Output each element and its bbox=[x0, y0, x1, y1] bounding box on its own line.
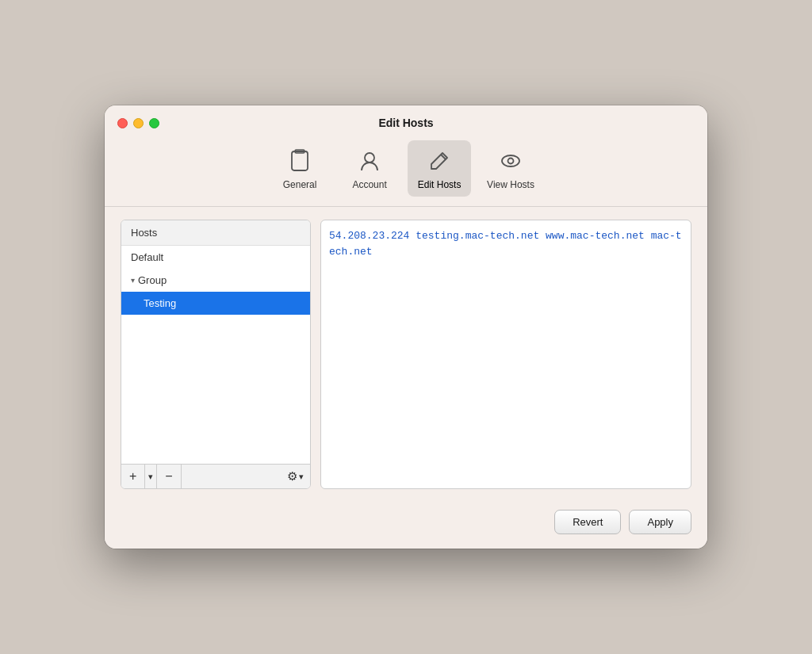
gear-chevron-icon: ▾ bbox=[299, 472, 304, 482]
sidebar-item-testing[interactable]: Testing bbox=[121, 292, 310, 315]
tab-general[interactable]: General bbox=[268, 140, 331, 197]
apply-button[interactable]: Apply bbox=[629, 510, 691, 534]
tab-edit-hosts-label: Edit Hosts bbox=[418, 179, 462, 190]
tab-view-hosts[interactable]: View Hosts bbox=[477, 140, 544, 197]
sidebar-header: Hosts bbox=[121, 220, 310, 246]
edit-hosts-icon bbox=[425, 147, 454, 175]
sidebar: Hosts Default ▾ Group Testing + ▾ − ⚙ ▾ bbox=[121, 220, 311, 489]
editor-area[interactable]: 54.208.23.224 testing.mac-tech.net www.m… bbox=[320, 220, 691, 489]
maximize-button[interactable] bbox=[149, 118, 159, 128]
remove-button[interactable]: − bbox=[157, 465, 181, 488]
view-hosts-icon bbox=[496, 147, 525, 175]
toolbar: General Account Edit Hosts bbox=[105, 129, 707, 197]
tab-account[interactable]: Account bbox=[338, 140, 401, 197]
svg-point-4 bbox=[508, 159, 514, 164]
sidebar-group-group[interactable]: ▾ Group bbox=[121, 269, 310, 292]
gear-icon: ⚙ bbox=[287, 469, 297, 484]
sidebar-list: Default ▾ Group Testing bbox=[121, 246, 310, 464]
window-title: Edit Hosts bbox=[378, 117, 433, 129]
content-area: Hosts Default ▾ Group Testing + ▾ − ⚙ ▾ bbox=[105, 207, 707, 502]
sidebar-group-label: Group bbox=[138, 274, 167, 286]
tab-general-label: General bbox=[283, 179, 317, 190]
sidebar-footer: + ▾ − ⚙ ▾ bbox=[121, 464, 310, 488]
titlebar: Edit Hosts bbox=[105, 105, 707, 129]
add-chevron-button[interactable]: ▾ bbox=[145, 465, 157, 488]
group-chevron-icon: ▾ bbox=[131, 276, 135, 285]
account-icon bbox=[355, 147, 384, 175]
editor-content: 54.208.23.224 testing.mac-tech.net www.m… bbox=[329, 228, 683, 259]
tab-view-hosts-label: View Hosts bbox=[487, 179, 534, 190]
general-icon bbox=[285, 147, 314, 175]
svg-point-2 bbox=[365, 153, 374, 163]
minimize-button[interactable] bbox=[133, 118, 144, 128]
tab-account-label: Account bbox=[352, 179, 386, 190]
gear-button[interactable]: ⚙ ▾ bbox=[281, 465, 310, 488]
svg-point-3 bbox=[502, 155, 519, 166]
close-button[interactable] bbox=[117, 118, 128, 128]
tab-edit-hosts[interactable]: Edit Hosts bbox=[408, 140, 471, 197]
revert-button[interactable]: Revert bbox=[554, 510, 621, 534]
footer-spacer bbox=[182, 465, 281, 488]
sidebar-item-default[interactable]: Default bbox=[121, 246, 310, 269]
footer: Revert Apply bbox=[105, 502, 707, 549]
svg-rect-0 bbox=[292, 151, 308, 170]
add-button[interactable]: + bbox=[121, 465, 145, 488]
main-window: Edit Hosts General Account bbox=[105, 105, 707, 549]
traffic-lights bbox=[117, 118, 159, 128]
